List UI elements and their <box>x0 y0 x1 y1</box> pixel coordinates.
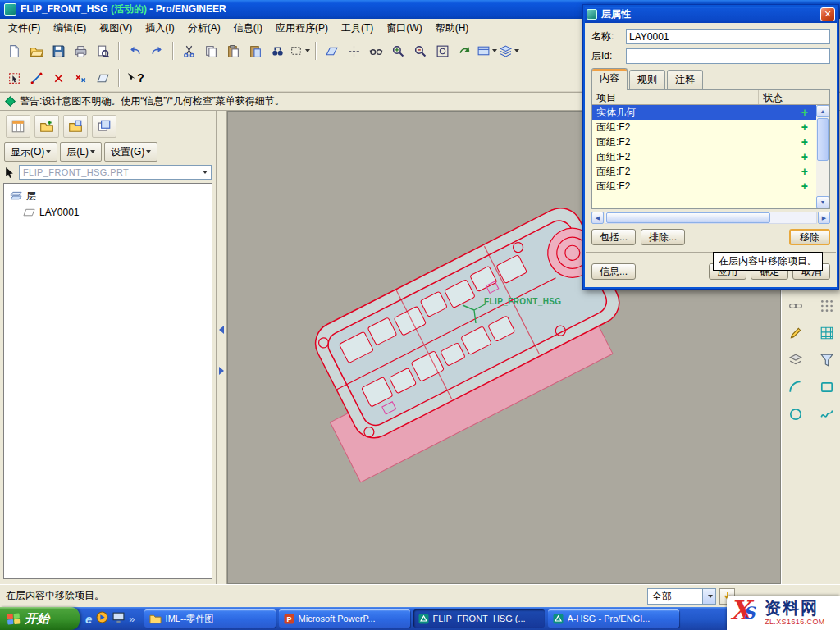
tree-root-layers[interactable]: 层 <box>7 188 209 205</box>
combo-dropdown-button[interactable] <box>702 589 715 604</box>
layer-tree-view-button[interactable] <box>6 115 30 138</box>
new-file-button[interactable] <box>3 40 25 62</box>
print-preview-button[interactable] <box>92 40 114 62</box>
remove-button[interactable]: 移除 <box>789 229 830 245</box>
task-a-hsg[interactable]: A-HSG - Pro/ENGI... <box>548 609 679 628</box>
scrollbar-thumb[interactable] <box>606 212 770 223</box>
chevron-expand-icon[interactable]: » <box>129 613 135 625</box>
media-icon[interactable] <box>96 611 108 626</box>
scroll-left-icon[interactable]: ◀ <box>591 212 604 224</box>
panel-splitter[interactable] <box>217 111 227 584</box>
horizontal-scrollbar[interactable]: ◀ ▶ <box>591 212 830 224</box>
name-field[interactable] <box>626 29 830 44</box>
status-plus-icon: + <box>759 121 816 133</box>
select-marquee-button[interactable] <box>289 40 311 62</box>
menu-applications[interactable]: 应用程序(P) <box>269 19 335 38</box>
column-status[interactable]: 状态 <box>759 90 816 104</box>
task-powerpoint[interactable]: P Microsoft PowerP... <box>279 609 410 628</box>
settings-dropdown[interactable]: 设置(G) <box>104 142 158 162</box>
info-button[interactable]: 信息... <box>591 263 636 280</box>
layer-id-field[interactable] <box>626 48 830 64</box>
cut-button[interactable] <box>178 40 200 62</box>
collapse-left-icon[interactable] <box>219 326 224 334</box>
sketch-plane-button[interactable] <box>92 67 114 89</box>
redo-button[interactable] <box>146 40 168 62</box>
active-model-combo[interactable]: FLIP_FRONT_HSG.PRT <box>19 165 212 180</box>
table-row[interactable]: 面组:F2+ <box>592 149 829 164</box>
scroll-right-icon[interactable]: ▶ <box>818 212 830 224</box>
circle-tool-icon[interactable] <box>786 404 806 424</box>
paste-button[interactable] <box>222 40 244 62</box>
include-button[interactable]: 包括... <box>591 229 636 245</box>
table-row[interactable]: 面组:F2+ <box>592 135 829 149</box>
exclude-button[interactable]: 排除... <box>641 229 685 245</box>
task-iml-folder[interactable]: IML--零件图 <box>144 609 276 628</box>
menu-tools[interactable]: 工具(T) <box>335 19 380 38</box>
pencil-icon[interactable] <box>786 323 806 343</box>
table-row[interactable]: 面组:F2+ <box>592 164 829 179</box>
column-item[interactable]: 项目 <box>592 90 759 104</box>
point-delete-button[interactable] <box>48 67 70 89</box>
dots-grid-icon[interactable] <box>817 296 837 316</box>
point-pair-button[interactable] <box>70 67 92 89</box>
zoom-in-button[interactable] <box>387 40 409 62</box>
layer-dropdown[interactable]: 层(L) <box>60 142 102 162</box>
saved-views-button[interactable] <box>476 40 498 62</box>
vertical-scrollbar[interactable]: ▲ ▼ <box>816 105 829 208</box>
chain-icon[interactable] <box>786 296 806 316</box>
menu-analysis[interactable]: 分析(A) <box>181 19 227 38</box>
selection-filter-button[interactable] <box>3 67 25 89</box>
layers-gray-icon[interactable] <box>786 350 806 370</box>
open-model-tree-button[interactable] <box>34 115 59 138</box>
find-button[interactable] <box>267 40 289 62</box>
zoom-fit-button[interactable] <box>431 40 454 62</box>
start-button[interactable]: 开始 <box>0 607 80 630</box>
context-help-button[interactable]: ? <box>124 67 146 89</box>
scrollbar-thumb[interactable] <box>817 118 829 161</box>
tab-contents[interactable]: 内容 <box>591 68 628 90</box>
tile-windows-button[interactable] <box>92 115 116 138</box>
menu-file[interactable]: 文件(F) <box>2 19 47 38</box>
task-flip-front-hsg[interactable]: FLIP_FRONT_HSG (... <box>413 609 545 628</box>
ie-icon[interactable]: e <box>85 612 92 626</box>
datum-axis-toggle-button[interactable] <box>343 40 365 62</box>
funnel-icon[interactable] <box>817 350 837 370</box>
show-window-button[interactable] <box>63 115 88 138</box>
expand-right-icon[interactable] <box>219 367 224 375</box>
sketch-line-button[interactable] <box>25 67 48 89</box>
arc-tool-icon[interactable] <box>786 377 806 397</box>
zoom-out-button[interactable] <box>409 40 431 62</box>
desktop-icon[interactable] <box>112 611 125 626</box>
copy-button[interactable] <box>200 40 222 62</box>
spline-tool-icon[interactable] <box>817 404 837 424</box>
menu-info[interactable]: 信息(I) <box>227 19 269 38</box>
show-dropdown[interactable]: 显示(O) <box>4 142 57 162</box>
tab-notes[interactable]: 注释 <box>667 70 703 92</box>
scroll-down-icon[interactable]: ▼ <box>816 196 829 208</box>
paste-special-button[interactable] <box>244 40 267 62</box>
table-row[interactable]: 面组:F2+ <box>592 120 829 135</box>
menu-edit[interactable]: 编辑(E) <box>47 19 93 38</box>
rect-tool-icon[interactable] <box>817 377 837 397</box>
open-button[interactable] <box>25 40 48 62</box>
menu-help[interactable]: 帮助(H) <box>429 19 476 38</box>
dialog-titlebar[interactable]: 层属性 ✕ <box>583 5 838 23</box>
filter-combo[interactable]: 全部 <box>647 588 716 605</box>
grid-icon[interactable] <box>817 323 837 343</box>
tree-item-lay0001[interactable]: LAY0001 <box>20 205 209 220</box>
print-button[interactable] <box>70 40 92 62</box>
layers-button[interactable] <box>498 40 520 62</box>
menu-insert[interactable]: 插入(I) <box>139 19 180 38</box>
scroll-up-icon[interactable]: ▲ <box>816 105 829 117</box>
tab-rules[interactable]: 规则 <box>629 70 665 92</box>
table-row[interactable]: 实体几何+ <box>592 105 829 120</box>
close-icon[interactable]: ✕ <box>820 7 835 21</box>
table-row[interactable]: 面组:F2+ <box>592 179 829 194</box>
undo-button[interactable] <box>124 40 146 62</box>
menu-view[interactable]: 视图(V) <box>93 19 139 38</box>
save-button[interactable] <box>48 40 70 62</box>
menu-window[interactable]: 窗口(W) <box>380 19 428 38</box>
view-glasses-button[interactable] <box>365 40 387 62</box>
repaint-button[interactable] <box>454 40 476 62</box>
datum-plane-toggle-button[interactable] <box>321 40 343 62</box>
